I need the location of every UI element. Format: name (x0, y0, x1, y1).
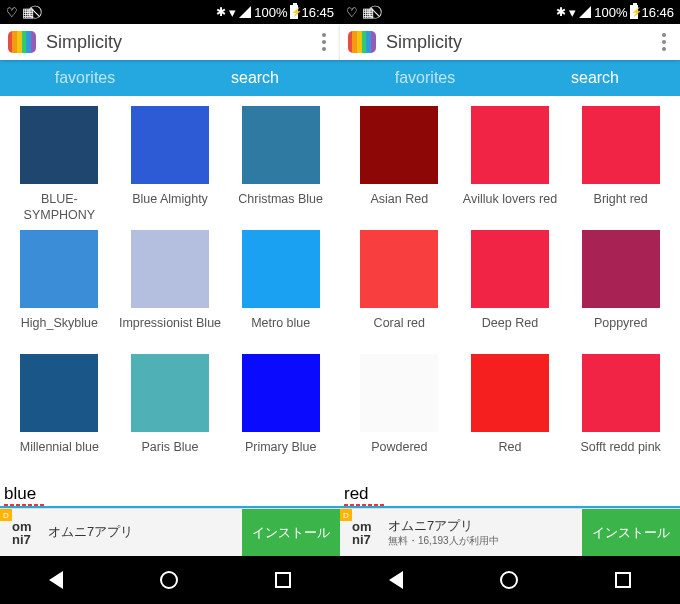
color-swatch[interactable] (582, 106, 660, 184)
color-label: Avilluk lovers red (459, 192, 561, 224)
color-cell[interactable]: Christmas Blue (225, 106, 336, 224)
color-cell[interactable]: High_Skyblue (4, 230, 115, 348)
status-bar: ♡ ▦ ⃠ ✱ ▾ 100% ⚡ 16:46 (340, 0, 680, 24)
color-swatch[interactable] (131, 230, 209, 308)
screen-right: ♡ ▦ ⃠ ✱ ▾ 100% ⚡ 16:46 Simplicity favori… (340, 0, 680, 604)
color-swatch[interactable] (471, 230, 549, 308)
bluetooth-icon: ✱ (216, 5, 226, 19)
ad-install-button[interactable]: インストール (242, 509, 340, 556)
color-cell[interactable]: Poppyred (565, 230, 676, 348)
color-cell[interactable]: Powdered (344, 354, 455, 472)
ad-tag-icon: D (340, 509, 352, 521)
nav-back-button[interactable] (49, 571, 63, 589)
status-left: ♡ ▦ ⃠ (346, 4, 378, 20)
color-swatch[interactable] (360, 230, 438, 308)
ad-install-button[interactable]: インストール (582, 509, 680, 556)
wifi-icon: ▾ (569, 5, 576, 20)
image-icon: ▦ (22, 5, 34, 20)
wifi-icon: ▾ (229, 5, 236, 20)
color-swatch[interactable] (242, 354, 320, 432)
app-title: Simplicity (46, 32, 316, 53)
nav-bar (0, 556, 340, 604)
status-right: ✱ ▾ 100% ⚡ 16:46 (556, 5, 674, 20)
color-label: Metro blue (247, 316, 314, 348)
color-swatch[interactable] (360, 354, 438, 432)
color-swatch[interactable] (471, 354, 549, 432)
color-label: Powdered (367, 440, 431, 472)
color-label: Blue Almighty (128, 192, 212, 224)
ad-text: オムニ7アプリ 無料・16,193人が利用中 (384, 518, 582, 548)
color-cell[interactable]: Paris Blue (115, 354, 226, 472)
color-swatch[interactable] (582, 230, 660, 308)
nav-home-button[interactable] (160, 571, 178, 589)
color-cell[interactable]: Asian Red (344, 106, 455, 224)
tab-bar: favorites search (340, 60, 680, 96)
search-input[interactable] (344, 484, 556, 504)
color-label: Millennial blue (16, 440, 103, 472)
color-cell[interactable]: BLUE-SYMPHONY (4, 106, 115, 224)
color-label: Bright red (590, 192, 652, 224)
search-box[interactable] (0, 482, 340, 508)
color-cell[interactable]: Sofft redd pink (565, 354, 676, 472)
color-label: Christmas Blue (234, 192, 327, 224)
color-cell[interactable]: Red (455, 354, 566, 472)
color-cell[interactable]: Primary Blue (225, 354, 336, 472)
color-swatch[interactable] (20, 106, 98, 184)
color-label: Primary Blue (241, 440, 321, 472)
color-cell[interactable]: Deep Red (455, 230, 566, 348)
ad-banner[interactable]: D omni7 オムニ7アプリ 無料・16,193人が利用中 インストール (340, 508, 680, 556)
color-swatch[interactable] (242, 106, 320, 184)
color-label: Poppyred (590, 316, 652, 348)
image-icon: ▦ (362, 5, 374, 20)
clock-text: 16:45 (301, 5, 334, 20)
tab-favorites[interactable]: favorites (340, 61, 510, 95)
color-swatch[interactable] (131, 106, 209, 184)
search-box[interactable] (340, 482, 680, 508)
color-swatch[interactable] (20, 354, 98, 432)
signal-icon (579, 6, 591, 18)
battery-icon: ⚡ (290, 5, 298, 19)
signal-icon (239, 6, 251, 18)
color-swatch[interactable] (20, 230, 98, 308)
color-label: Coral red (370, 316, 429, 348)
color-cell[interactable]: Millennial blue (4, 354, 115, 472)
nav-back-button[interactable] (389, 571, 403, 589)
tab-search[interactable]: search (510, 61, 680, 95)
color-swatch[interactable] (242, 230, 320, 308)
color-cell[interactable]: Coral red (344, 230, 455, 348)
color-label: Red (495, 440, 526, 472)
color-cell[interactable]: Metro blue (225, 230, 336, 348)
ad-banner[interactable]: D omni7 オムニ7アプリ インストール (0, 508, 340, 556)
ad-tag-icon: D (0, 509, 12, 521)
color-label: Asian Red (366, 192, 432, 224)
color-cell[interactable]: Blue Almighty (115, 106, 226, 224)
color-cell[interactable]: Bright red (565, 106, 676, 224)
color-label: BLUE-SYMPHONY (4, 192, 115, 224)
color-cell[interactable]: Impressionist Blue (115, 230, 226, 348)
ad-logo: omni7 (340, 520, 384, 546)
color-swatch[interactable] (360, 106, 438, 184)
overflow-menu-button[interactable] (656, 29, 672, 55)
app-logo-icon (348, 31, 376, 53)
color-swatch[interactable] (471, 106, 549, 184)
battery-text: 100% (254, 5, 287, 20)
nav-recent-button[interactable] (615, 572, 631, 588)
color-cell[interactable]: Avilluk lovers red (455, 106, 566, 224)
ad-title: オムニ7アプリ (48, 524, 242, 541)
color-label: Paris Blue (138, 440, 203, 472)
nav-home-button[interactable] (500, 571, 518, 589)
nav-recent-button[interactable] (275, 572, 291, 588)
color-swatch[interactable] (131, 354, 209, 432)
tab-bar: favorites search (0, 60, 340, 96)
color-label: Deep Red (478, 316, 542, 348)
nav-bar (340, 556, 680, 604)
search-input[interactable] (4, 484, 216, 504)
color-swatch[interactable] (582, 354, 660, 432)
ad-text: オムニ7アプリ (44, 524, 242, 541)
ad-title: オムニ7アプリ (388, 518, 582, 535)
tab-favorites[interactable]: favorites (0, 61, 170, 95)
screen-left: ♡ ▦ ⃠ ✱ ▾ 100% ⚡ 16:45 Simplicity favori… (0, 0, 340, 604)
overflow-menu-button[interactable] (316, 29, 332, 55)
ad-subtitle: 無料・16,193人が利用中 (388, 534, 582, 547)
tab-search[interactable]: search (170, 61, 340, 95)
